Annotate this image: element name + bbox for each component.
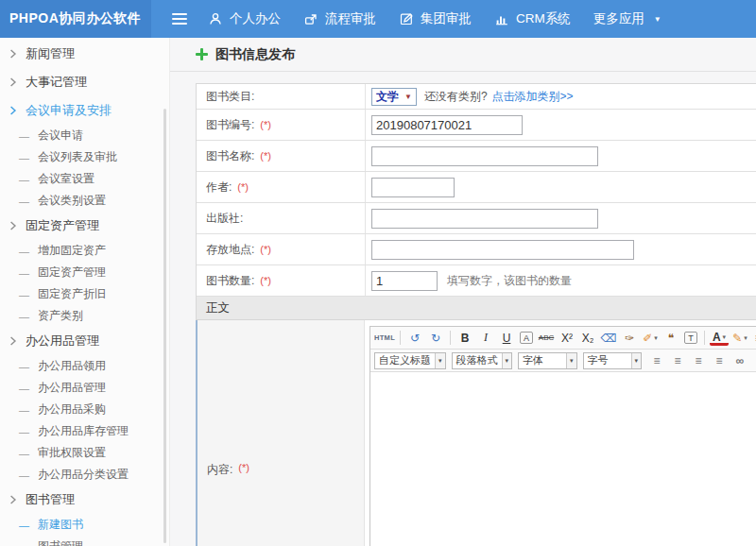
eraser-icon[interactable]: ⌫ xyxy=(599,330,618,347)
sidebar-sub-label: 新建图书 xyxy=(38,517,83,533)
sidebar-sub-item[interactable]: —图书管理 xyxy=(0,536,169,546)
align-justify-icon[interactable]: ≡ xyxy=(710,352,729,369)
redo-icon[interactable]: ↻ xyxy=(426,330,445,347)
toolbar-separator xyxy=(704,331,705,345)
book-number-input[interactable] xyxy=(371,115,523,135)
sidebar-group-label: 固定资产管理 xyxy=(26,217,99,234)
sidebar-group-label: 新闻管理 xyxy=(26,45,75,62)
toolbar-separator xyxy=(400,331,401,345)
storage-location-input[interactable] xyxy=(371,240,634,260)
field-label-cell: 图书数量:(*) xyxy=(197,265,366,296)
hamburger-icon[interactable] xyxy=(172,13,187,25)
book-quantity-input[interactable] xyxy=(371,271,438,291)
topbar-nav-item[interactable]: 个人办公 xyxy=(208,10,281,27)
align-center-icon[interactable]: ≡ xyxy=(668,352,687,369)
book-number-label: 图书编号: xyxy=(206,117,254,133)
dash-icon: — xyxy=(19,152,29,163)
nav-item-label: 集团审批 xyxy=(421,10,472,27)
field-value-cell xyxy=(366,203,756,233)
sidebar-sub-item[interactable]: —会议室设置 xyxy=(0,168,169,190)
dash-icon: — xyxy=(19,541,29,546)
publisher-input[interactable] xyxy=(371,209,598,229)
sidebar-sub-label: 会议类别设置 xyxy=(38,193,106,209)
font-color-icon[interactable]: A▾ xyxy=(710,332,729,346)
select-label: 字体 xyxy=(519,353,566,367)
author-input[interactable] xyxy=(371,178,455,197)
topbar-nav-item[interactable]: CRM系统 xyxy=(494,10,571,27)
book-name-input[interactable] xyxy=(371,146,598,166)
paste-plain-icon[interactable]: T xyxy=(684,332,697,344)
sidebar-group-item[interactable]: 办公用品管理 xyxy=(0,327,169,355)
topbar-nav-item[interactable]: 流程审批 xyxy=(303,10,376,27)
sidebar-sub-item[interactable]: —审批权限设置 xyxy=(0,442,169,464)
page-title: 图书信息发布 xyxy=(215,46,295,63)
sidebar-scrollbar[interactable] xyxy=(163,109,166,543)
undo-icon[interactable]: ↺ xyxy=(405,330,424,347)
sidebar-group-item[interactable]: 图书管理 xyxy=(0,486,169,514)
required-mark: (*) xyxy=(237,181,249,193)
italic-icon[interactable]: I xyxy=(476,330,495,347)
align-left-icon[interactable]: ≡ xyxy=(647,352,666,369)
sidebar-sub-item[interactable]: —办公用品库存管理 xyxy=(0,420,169,442)
sidebar-sub-label: 办公用品领用 xyxy=(38,358,106,374)
clean-format-icon[interactable]: ✑ xyxy=(620,330,639,347)
align-right-icon[interactable]: ≡ xyxy=(689,352,708,369)
sidebar-sub-item[interactable]: —会议类别设置 xyxy=(0,190,169,212)
editor-content-area[interactable] xyxy=(370,372,756,546)
sidebar-sub-item[interactable]: —会议列表及审批 xyxy=(0,146,169,168)
sidebar-sub-item[interactable]: —固定资产折旧 xyxy=(0,283,169,305)
font-size-select[interactable]: 字号▾ xyxy=(583,352,643,369)
field-label-cell: 存放地点:(*) xyxy=(197,234,366,264)
custom-heading-select[interactable]: 自定义标题▾ xyxy=(374,352,446,369)
chevron-right-icon xyxy=(9,495,17,504)
field-label-cell: 内容:(*) xyxy=(196,320,365,546)
sidebar: 新闻管理大事记管理会议申请及安排—会议申请—会议列表及审批—会议室设置—会议类别… xyxy=(0,38,170,546)
underline-icon[interactable]: U xyxy=(497,330,516,347)
sidebar-sub-item[interactable]: —固定资产管理 xyxy=(0,262,169,283)
sidebar-sub-item[interactable]: —资产类别 xyxy=(0,305,169,327)
add-category-link[interactable]: 点击添加类别>> xyxy=(492,89,574,105)
strikethrough-icon[interactable]: ABC xyxy=(537,330,556,347)
sidebar-group-item[interactable]: 新闻管理 xyxy=(0,40,169,68)
section-label: 正文 xyxy=(206,300,230,316)
topbar-nav-item[interactable]: 集团审批 xyxy=(399,10,472,27)
sidebar-sub-item[interactable]: —办公用品领用 xyxy=(0,355,169,377)
highlight-color-icon[interactable]: ✎▾ xyxy=(730,330,749,347)
sidebar-group-label: 图书管理 xyxy=(26,491,75,508)
sidebar-sub-item[interactable]: —新建图书 xyxy=(0,514,169,536)
sidebar-group-item[interactable]: 会议申请及安排 xyxy=(0,96,169,125)
sidebar-sub-item[interactable]: —办公用品分类设置 xyxy=(0,464,169,486)
book-publish-form: 图书类目:文学▼还没有类别?点击添加类别>>图书编号:(*)图书名称:(*)作者… xyxy=(196,83,756,546)
book-category-select[interactable]: 文学▼ xyxy=(371,88,417,106)
book-category-label: 图书类目: xyxy=(206,89,254,105)
ordered-list-icon[interactable]: ≡▾ xyxy=(751,330,756,347)
sidebar-group-item[interactable]: 大事记管理 xyxy=(0,68,169,96)
sidebar-sub-item[interactable]: —办公用品管理 xyxy=(0,377,169,399)
dash-icon: — xyxy=(19,174,29,185)
add-plus-icon xyxy=(196,48,208,60)
form-row-author: 作者:(*) xyxy=(197,172,756,203)
main-content: 图书信息发布 图书类目:文学▼还没有类别?点击添加类别>>图书编号:(*)图书名… xyxy=(170,38,756,546)
paragraph-format-select[interactable]: 段落格式▾ xyxy=(452,352,513,369)
font-family-select[interactable]: 字体▾ xyxy=(518,352,577,369)
topbar-nav-item[interactable]: 更多应用▼ xyxy=(593,10,662,27)
bold-icon[interactable]: B xyxy=(455,330,474,347)
font-style-icon[interactable]: A xyxy=(520,332,533,344)
chevron-right-icon xyxy=(9,77,17,87)
rich-text-editor: HTML↺↻BIUAABCX²X₂⌫✑✐▾❝TA▾✎▾≡▾≡▾自定义标题▾段落格… xyxy=(369,326,756,546)
sidebar-sub-item[interactable]: —增加固定资产 xyxy=(0,240,169,262)
sidebar-sub-item[interactable]: —会议申请 xyxy=(0,125,169,146)
sidebar-group-item[interactable]: 固定资产管理 xyxy=(0,212,169,240)
format-brush-icon[interactable]: ✐▾ xyxy=(641,330,660,347)
sidebar-sub-item[interactable]: —办公用品采购 xyxy=(0,399,169,420)
superscript-icon[interactable]: X² xyxy=(558,330,576,347)
required-mark: (*) xyxy=(260,244,271,255)
unlink-icon[interactable]: ∞ xyxy=(751,352,756,369)
field-value-cell xyxy=(366,172,756,202)
html-source-icon[interactable]: HTML xyxy=(374,330,395,347)
blockquote-icon[interactable]: ❝ xyxy=(662,330,680,347)
link-icon[interactable]: ∞ xyxy=(730,352,749,369)
nav-item-label: 更多应用 xyxy=(593,10,644,27)
dash-icon: — xyxy=(19,246,29,257)
subscript-icon[interactable]: X₂ xyxy=(578,330,597,347)
